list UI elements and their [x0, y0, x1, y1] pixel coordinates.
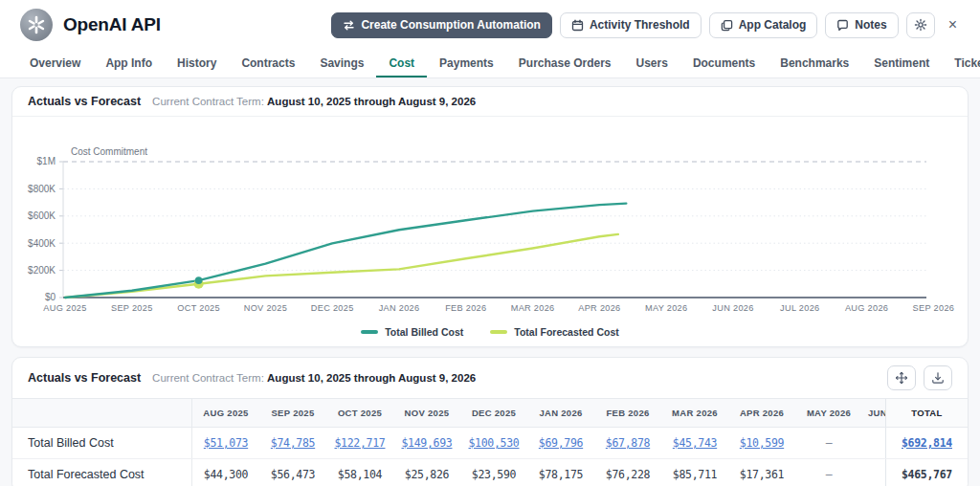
tab-purchase-orders[interactable]: Purchase Orders: [506, 51, 624, 77]
settings-button[interactable]: [906, 12, 935, 38]
forecast-value: $44,300: [204, 468, 248, 481]
svg-text:$800K: $800K: [28, 184, 56, 194]
empty-cell: [862, 459, 885, 486]
value-cell: $56,473: [259, 459, 326, 486]
notes-button[interactable]: Notes: [825, 12, 898, 38]
value-cell: $149,693: [393, 428, 460, 458]
svg-text:JUL 2026: JUL 2026: [780, 303, 819, 313]
row-label: Total Billed Cost: [12, 428, 192, 458]
legend-label: Total Billed Cost: [385, 326, 463, 338]
tab-documents[interactable]: Documents: [680, 51, 768, 77]
tab-users[interactable]: Users: [624, 51, 680, 77]
tab-cost[interactable]: Cost: [376, 51, 427, 77]
forecast-value: $23,590: [472, 468, 516, 481]
billed-value-link[interactable]: $74,785: [271, 436, 315, 450]
billed-value-link[interactable]: $149,693: [402, 436, 453, 450]
close-icon[interactable]: ×: [943, 17, 961, 33]
svg-text:NOV 2025: NOV 2025: [244, 303, 287, 313]
total-billed-link[interactable]: $692,814: [902, 436, 952, 450]
month-header-cell: SEP 2025: [259, 399, 326, 427]
forecast-value: $78,175: [539, 468, 583, 481]
billed-value-link[interactable]: $67,878: [606, 436, 650, 450]
empty-cell: [862, 428, 885, 458]
tab-bar: OverviewApp InfoHistoryContractsSavingsC…: [0, 50, 980, 78]
create-consumption-automation-label: Create Consumption Automation: [361, 18, 541, 32]
table-tools: [887, 365, 952, 390]
billed-value-link[interactable]: $100,530: [469, 436, 520, 450]
create-consumption-automation-button[interactable]: Create Consumption Automation: [331, 12, 552, 38]
tab-app-info[interactable]: App Info: [93, 51, 165, 77]
tab-overview[interactable]: Overview: [17, 51, 93, 77]
billed-value-link[interactable]: $10,599: [740, 436, 784, 450]
tab-payments[interactable]: Payments: [427, 51, 506, 77]
total-header-cell: TOTAL: [885, 399, 968, 427]
value-dash: –: [826, 436, 833, 450]
chart-card-title: Actuals vs Forecast: [28, 95, 141, 108]
svg-text:$1M: $1M: [37, 156, 56, 166]
value-cell: $58,104: [326, 459, 393, 486]
actuals-vs-forecast-chart-card: Actuals vs Forecast Current Contract Ter…: [11, 86, 969, 347]
value-cell: $45,743: [661, 428, 728, 458]
tab-history[interactable]: History: [165, 51, 229, 77]
move-icon: [895, 371, 908, 385]
actuals-vs-forecast-chart[interactable]: $0$200K$400K$600K$800K$1MCost Commitment…: [15, 119, 965, 321]
activity-threshold-button[interactable]: Activity Threshold: [560, 12, 702, 38]
tab-tickets-created[interactable]: Tickets Created: [942, 51, 980, 77]
svg-text:JAN 2026: JAN 2026: [379, 303, 420, 313]
download-icon: [931, 371, 945, 385]
svg-text:SEP 2025: SEP 2025: [111, 303, 153, 313]
tab-savings[interactable]: Savings: [307, 51, 376, 77]
contract-term-value: August 10, 2025 through August 9, 2026: [267, 96, 476, 107]
legend-swatch: [490, 330, 507, 334]
legend-item: Total Forecasted Cost: [490, 326, 619, 338]
svg-text:$600K: $600K: [28, 210, 56, 221]
contract-term: Current Contract Term: August 10, 2025 t…: [152, 96, 476, 107]
forecast-value: $76,228: [606, 468, 650, 481]
billed-value-link[interactable]: $69,796: [539, 436, 583, 450]
billed-value-link[interactable]: $45,743: [673, 436, 717, 450]
openai-logo: [19, 8, 54, 42]
table-card-title: Actuals vs Forecast: [28, 371, 141, 385]
billed-value-link[interactable]: $122,717: [335, 436, 386, 450]
month-header-cell: APR 2026: [728, 399, 795, 427]
value-cell: –: [795, 428, 862, 458]
tab-contracts[interactable]: Contracts: [229, 51, 307, 77]
svg-text:Cost Commitment: Cost Commitment: [71, 146, 147, 157]
forecast-value: $58,104: [338, 468, 382, 481]
total-cell: $692,814: [885, 428, 968, 458]
billed-value-link[interactable]: $51,073: [204, 436, 248, 450]
activity-threshold-label: Activity Threshold: [590, 18, 690, 32]
month-header-cell: JAN 2026: [527, 399, 594, 427]
value-cell: $23,590: [460, 459, 527, 486]
svg-text:MAR 2026: MAR 2026: [511, 303, 555, 313]
svg-text:FEB 2026: FEB 2026: [445, 303, 486, 313]
svg-text:$400K: $400K: [28, 238, 56, 249]
legend-swatch: [361, 330, 378, 334]
legend-label: Total Forecasted Cost: [514, 326, 619, 338]
catalog-icon: [721, 19, 733, 32]
month-header-cell: JUN 2026: [862, 399, 885, 427]
forecast-value: $17,361: [740, 468, 784, 481]
app-catalog-button[interactable]: App Catalog: [709, 12, 818, 38]
download-button[interactable]: [924, 365, 952, 390]
value-cell: $78,175: [527, 459, 594, 486]
value-cell: $69,796: [527, 428, 594, 458]
svg-text:APR 2026: APR 2026: [578, 303, 620, 313]
svg-text:MAY 2026: MAY 2026: [645, 303, 687, 313]
expand-move-button[interactable]: [887, 365, 916, 390]
table-card-header: Actuals vs Forecast Current Contract Ter…: [12, 358, 968, 398]
svg-text:AUG 2025: AUG 2025: [43, 303, 86, 313]
forecast-value: $25,826: [405, 468, 449, 481]
tab-benchmarks[interactable]: Benchmarks: [768, 51, 861, 77]
svg-text:DEC 2025: DEC 2025: [311, 303, 354, 313]
value-cell: $10,599: [728, 428, 795, 458]
month-header-cell: OCT 2025: [326, 399, 393, 427]
page-title: OpenAI API: [63, 14, 161, 35]
note-icon: [836, 19, 849, 32]
value-cell: $17,361: [728, 459, 795, 486]
svg-text:$200K: $200K: [28, 265, 56, 276]
tab-sentiment[interactable]: Sentiment: [861, 51, 942, 77]
chart-card-header: Actuals vs Forecast Current Contract Ter…: [12, 87, 968, 117]
contract-term-value: August 10, 2025 through August 9, 2026: [267, 372, 476, 384]
contract-term: Current Contract Term: August 10, 2025 t…: [152, 372, 476, 384]
